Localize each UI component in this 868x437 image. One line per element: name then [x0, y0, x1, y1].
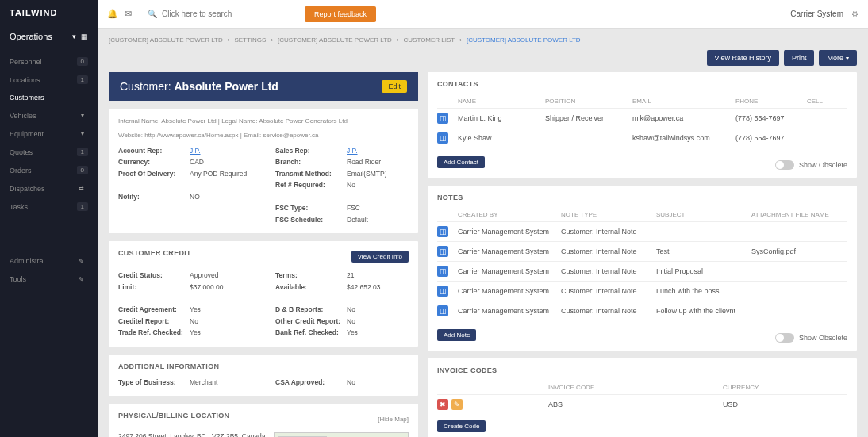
field-label: Limit: [118, 282, 190, 293]
details-panel: Internal Name: Absolute Power Ltd | Lega… [109, 109, 418, 233]
operations-header[interactable]: Operations ▾▦ [0, 25, 98, 48]
open-contact-button[interactable]: ◫ [437, 132, 448, 144]
map[interactable]: View larger map 📍 2497 206 Street Westca… [274, 432, 409, 437]
edit-icon[interactable]: ✎ [75, 275, 88, 284]
field-value: No [347, 179, 355, 190]
field-value: FSC [347, 202, 360, 213]
field-label: Other Credit Report: [275, 316, 347, 327]
contacts-title: CONTACTS [437, 80, 847, 88]
nav-label: Administra… [10, 257, 51, 265]
delete-code-button[interactable]: ✖ [437, 399, 448, 410]
field-label: Currency: [118, 156, 190, 167]
chevron-right-icon: › [397, 36, 399, 44]
nav-label: Orders [10, 167, 32, 174]
search-input[interactable] [162, 10, 265, 18]
note-createdby: Carrier Management System [458, 247, 561, 255]
hide-map-link[interactable]: [Hide Map] [378, 416, 409, 423]
brand-logo: TAILWIND [0, 0, 98, 25]
sidebar-item-quotes[interactable]: Quotes1 [0, 143, 98, 161]
sidebar-item-administra[interactable]: Administra…✎ [0, 252, 98, 270]
nav-label: Dispatches [10, 185, 45, 193]
contact-row: ◫Martin L. KingShipper / Receivermlk@apo… [437, 108, 847, 128]
sidebar-item-vehicles[interactable]: Vehicles▾ [0, 106, 98, 125]
field-value[interactable]: J.P. [347, 145, 358, 156]
chevron-down-icon: ▾ [72, 33, 76, 40]
sidebar-item-tools[interactable]: Tools✎ [0, 270, 98, 289]
customer-header: Customer: Absolute Power Ltd Edit [109, 72, 418, 101]
field-label: Branch: [275, 156, 347, 167]
show-obsolete-notes-toggle[interactable] [775, 333, 794, 343]
note-type: Customer: Internal Note [561, 247, 656, 255]
view-credit-button[interactable]: View Credit Info [351, 251, 409, 263]
field-value: No [347, 304, 355, 315]
contact-phone: (778) 554-7697 [735, 134, 807, 142]
breadcrumb-item[interactable]: [CUSTOMER] ABSOLUTE POWER LTD [109, 36, 223, 44]
open-note-button[interactable]: ◫ [437, 305, 448, 316]
edit-button[interactable]: Edit [382, 80, 407, 93]
sidebar-item-locations[interactable]: Locations1 [0, 71, 98, 89]
contact-email: kshaw@tailwindsys.com [632, 134, 735, 142]
field-label: Bank Ref. Checked: [275, 327, 347, 338]
gear-icon[interactable]: ⚙ [851, 10, 858, 18]
nav-label: Tools [10, 275, 26, 283]
sidebar-item-customers[interactable]: Customers [0, 89, 98, 106]
view-rate-history-button[interactable]: View Rate History [707, 50, 779, 66]
field-label: FSC Schedule: [275, 214, 347, 225]
open-note-button[interactable]: ◫ [437, 246, 448, 257]
add-note-button[interactable]: Add Note [437, 329, 476, 341]
sidebar-item-dispatches[interactable]: Dispatches⇄ [0, 179, 98, 197]
field-value: CAD [190, 156, 204, 167]
field-value: Yes [190, 304, 201, 315]
field-value: Email(SMTP) [347, 168, 387, 179]
note-row: ◫Carrier Management SystemCustomer: Inte… [437, 241, 847, 261]
breadcrumb-item[interactable]: [CUSTOMER] ABSOLUTE POWER LTD [278, 36, 392, 44]
edit-code-button[interactable]: ✎ [451, 399, 463, 410]
field-value: Default [347, 214, 368, 225]
field-label: D & B Reports: [275, 304, 347, 315]
grid-icon[interactable]: ▦ [81, 33, 88, 40]
field-label: Ref # Required: [275, 179, 347, 190]
open-note-button[interactable]: ◫ [437, 226, 448, 237]
col-attachment: ATTACHMENT FILE NAME [751, 211, 847, 218]
nav-badge: ▾ [77, 111, 88, 120]
field-value: Yes [190, 327, 201, 338]
nav-badge: 1 [77, 202, 88, 211]
notes-title: NOTES [437, 194, 847, 201]
add-contact-button[interactable]: Add Contact [437, 156, 485, 168]
open-contact-button[interactable]: ◫ [437, 113, 448, 124]
note-createdby: Carrier Management System [458, 228, 561, 236]
field-label: Credit Agreement: [118, 304, 190, 315]
col-phone: PHONE [735, 98, 807, 105]
field-value[interactable]: J.P. [190, 145, 201, 156]
mail-icon[interactable]: ✉ [125, 9, 132, 19]
additional-title: ADDITIONAL INFORMATION [118, 362, 409, 370]
nav-badge: 0 [77, 57, 88, 66]
meta-names: Internal Name: Absolute Power Ltd | Lega… [118, 117, 409, 126]
nav-label: Customers [10, 94, 44, 102]
report-feedback-button[interactable]: Report feedback [305, 6, 376, 22]
breadcrumb-item[interactable]: CUSTOMER LIST [404, 36, 455, 44]
location-title: PHYSICAL/BILLING LOCATION [118, 412, 229, 420]
open-note-button[interactable]: ◫ [437, 286, 448, 297]
print-button[interactable]: Print [784, 50, 815, 66]
create-code-button[interactable]: Create Code [437, 420, 486, 432]
note-createdby: Carrier Management System [458, 267, 561, 275]
sidebar-item-tasks[interactable]: Tasks1 [0, 197, 98, 216]
note-type: Customer: Internal Note [561, 287, 656, 295]
bell-icon[interactable]: 🔔 [107, 9, 118, 19]
edit-icon[interactable]: ✎ [75, 257, 88, 266]
col-name: NAME [458, 98, 545, 105]
field-label: Sales Rep: [275, 145, 347, 156]
open-note-button[interactable]: ◫ [437, 266, 448, 277]
sidebar-item-equipment[interactable]: Equipment▾ [0, 125, 98, 143]
breadcrumb-item[interactable]: SETTINGS [234, 36, 266, 44]
system-label[interactable]: Carrier System [790, 10, 843, 18]
show-obsolete-toggle[interactable] [775, 160, 794, 170]
sidebar-item-personnel[interactable]: Personnel0 [0, 52, 98, 71]
more-button[interactable]: More▾ [819, 50, 857, 66]
location-panel: PHYSICAL/BILLING LOCATION [Hide Map] 249… [109, 404, 418, 437]
field-label: CSA Approved: [275, 377, 347, 388]
sidebar: TAILWIND Operations ▾▦ Personnel0Locatio… [0, 0, 98, 437]
sidebar-item-orders[interactable]: Orders0 [0, 161, 98, 179]
note-type: Customer: Internal Note [561, 228, 656, 236]
